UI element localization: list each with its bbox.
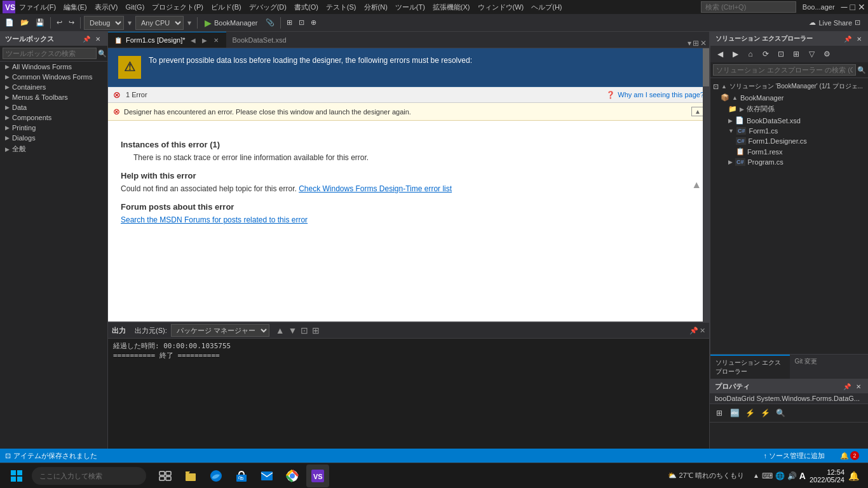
prop-search-btn[interactable]: 🔍	[773, 406, 787, 420]
se-form1-item[interactable]: ▼ C# Form1.cs	[710, 126, 868, 136]
taskbar-time[interactable]: 12:54 2022/05/24	[810, 468, 844, 484]
toolbar-open[interactable]: 📂	[18, 15, 32, 30]
menu-view[interactable]: 表示(V)	[91, 1, 122, 13]
start-button[interactable]	[4, 463, 29, 489]
output-pin[interactable]: 📌	[689, 327, 698, 335]
why-link[interactable]: ❓ Why am I seeing this page?	[606, 91, 704, 99]
forum-link[interactable]: Search the MSDN Forums for posts related…	[121, 215, 696, 224]
se-form1-designer-item[interactable]: C# Form1.Designer.cs	[710, 136, 868, 146]
toolbar-new[interactable]: 📄	[3, 15, 17, 30]
toolbox-dialogs[interactable]: ▶ Dialogs	[0, 133, 107, 143]
menu-format[interactable]: 書式(O)	[290, 1, 322, 13]
prop-events-btn[interactable]: ⚡	[758, 406, 772, 420]
arrow-up-icon[interactable]: ▲	[753, 472, 759, 479]
se-search-input[interactable]	[713, 64, 856, 76]
props-close-button[interactable]: ✕	[854, 383, 863, 391]
toolbox-printing[interactable]: ▶ Printing	[0, 123, 107, 133]
source-control-add[interactable]: ↑ ソース管理に追加	[759, 451, 829, 461]
toolbar-misc2[interactable]: ⊡	[296, 15, 307, 30]
toolbar-attach[interactable]: 📎	[263, 15, 277, 30]
menu-tools[interactable]: ツール(T)	[391, 1, 429, 13]
menu-debug[interactable]: デバッグ(D)	[245, 1, 290, 13]
tab-close-form1[interactable]: ✕	[212, 37, 220, 44]
maximize-button[interactable]: □	[850, 2, 855, 12]
vs-taskbar-button[interactable]: VS	[306, 464, 329, 487]
toolbox-menus-toolbars[interactable]: ▶ Menus & Toolbars	[0, 92, 107, 102]
notification-badge[interactable]: 🔔 2	[836, 451, 863, 460]
prop-alpha-btn[interactable]: 🔤	[728, 406, 742, 420]
output-close-btn[interactable]: ✕	[700, 327, 705, 335]
output-source-dropdown[interactable]: パッケージ マネージャー	[171, 324, 269, 337]
toolbar-misc1[interactable]: ⊞	[284, 15, 295, 30]
se-close-button[interactable]: ✕	[855, 35, 864, 43]
platform-dropdown[interactable]: Any CPU	[135, 16, 184, 30]
toolbox-search-input[interactable]	[3, 48, 97, 59]
tab-nav-right[interactable]: ▶	[201, 37, 208, 44]
toolbox-general[interactable]: ▶ 全般	[0, 143, 107, 155]
prop-categorized-btn[interactable]: ⊞	[712, 406, 726, 420]
taskview-button[interactable]	[154, 464, 177, 487]
edge-button[interactable]	[205, 464, 227, 487]
toolbox-components[interactable]: ▶ Components	[0, 112, 107, 123]
toolbar-redo[interactable]: ↪	[66, 15, 77, 30]
mail-button[interactable]	[255, 464, 278, 487]
tab-dropdown-button[interactable]: ▾	[688, 39, 691, 48]
menu-analyze[interactable]: 分析(N)	[360, 1, 391, 13]
scrollbar-thumb[interactable]	[703, 48, 709, 86]
weather-widget[interactable]: ⛅ 27℃ 晴れのちくもり	[668, 471, 744, 480]
menu-window[interactable]: ウィンドウ(W)	[474, 1, 528, 13]
menu-edit[interactable]: 編集(E)	[60, 1, 91, 13]
close-button[interactable]: ✕	[858, 2, 865, 12]
help-link[interactable]: Check Windows Forms Design-Time error li…	[299, 184, 452, 193]
output-scroll-up[interactable]: ▲	[276, 325, 285, 336]
toolbar-misc3[interactable]: ⊕	[308, 15, 319, 30]
se-solution-item[interactable]: ⊡ ▲ ソリューション 'BookManager' (1/1 プロジェ...	[710, 81, 868, 92]
toolbox-pin[interactable]: 📌	[81, 35, 92, 43]
global-search[interactable]	[701, 1, 796, 13]
tab-form1-design[interactable]: 📋 Form1.cs [Design]* ◀ ▶ ✕	[108, 32, 226, 48]
minimize-button[interactable]: ─	[841, 2, 848, 12]
run-button[interactable]: ▶ BookManager	[201, 17, 262, 29]
se-filter-button[interactable]: ▽	[804, 47, 818, 61]
menu-git[interactable]: Git(G)	[121, 2, 148, 12]
se-tab-solution[interactable]: ソリューション エクスプローラー	[710, 355, 790, 379]
scroll-up-button[interactable]: ▲	[691, 179, 702, 191]
file-explorer-button[interactable]	[179, 464, 202, 487]
se-back-button[interactable]: ◀	[713, 47, 727, 61]
collapse-button[interactable]: ▲	[691, 107, 704, 116]
se-home-button[interactable]: ⌂	[743, 47, 757, 61]
chrome-button[interactable]	[281, 464, 304, 487]
se-pin-button[interactable]: 📌	[842, 35, 853, 43]
tab-nav-left[interactable]: ◀	[189, 37, 197, 44]
se-dependencies-item[interactable]: 📁 ▶ 依存関係	[710, 103, 868, 115]
se-form1-resx-item[interactable]: 📋 Form1.resx	[710, 146, 868, 157]
menu-file[interactable]: ファイル(F)	[15, 1, 60, 13]
debug-config-dropdown[interactable]: Debug	[84, 16, 124, 30]
output-word-wrap[interactable]: ⊞	[312, 325, 320, 336]
notification-center[interactable]: 🔔	[848, 471, 859, 481]
se-bookmanager-item[interactable]: 📦 ▲ BookManager	[710, 92, 868, 103]
toolbar-undo[interactable]: ↩	[54, 15, 65, 30]
se-settings-button[interactable]: ⚙	[820, 47, 834, 61]
menu-extensions[interactable]: 拡張機能(X)	[429, 1, 474, 13]
menu-build[interactable]: ビルド(B)	[207, 1, 245, 13]
menu-help[interactable]: ヘルプ(H)	[527, 1, 566, 13]
props-pin-button[interactable]: 📌	[841, 383, 853, 391]
toolbar-save[interactable]: 💾	[33, 15, 47, 30]
se-tab-git[interactable]: Git 変更	[790, 355, 869, 379]
tab-close-all[interactable]: ✕	[700, 39, 707, 48]
se-refresh-button[interactable]: ⊡	[774, 47, 788, 61]
prop-properties-btn[interactable]: ⚡	[743, 406, 757, 420]
network-icon[interactable]: 🌐	[775, 471, 785, 480]
toolbox-containers[interactable]: ▶ Containers	[0, 82, 107, 92]
scrollbar-track[interactable]	[703, 48, 709, 322]
output-scroll-down[interactable]: ▼	[288, 325, 297, 336]
toolbox-common-windows-forms[interactable]: ▶ Common Windows Forms	[0, 72, 107, 82]
live-share-button[interactable]: ☁ Live Share ⊡	[804, 17, 865, 28]
taskbar-search-input[interactable]	[32, 467, 146, 485]
tab-bookdataset[interactable]: BookDataSet.xsd	[226, 32, 293, 48]
se-collapse-button[interactable]: ⊞	[789, 47, 803, 61]
menu-test[interactable]: テスト(S)	[322, 1, 360, 13]
toolbox-all-windows-forms[interactable]: ▶ All Windows Forms	[0, 62, 107, 72]
se-forward-button[interactable]: ▶	[728, 47, 742, 61]
